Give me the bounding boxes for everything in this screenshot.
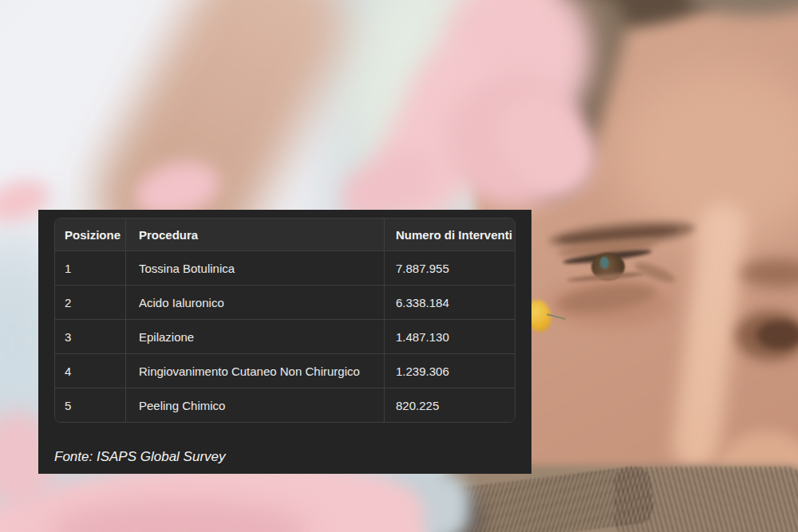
cell-procedura: Ringiovanimento Cutaneo Non Chirurgico: [125, 353, 384, 388]
cell-procedura: Acido Ialuronico: [125, 285, 384, 319]
cell-posizione: 4: [55, 353, 125, 388]
cell-procedura: Tossina Botulinica: [125, 250, 384, 285]
table-row: 4 Ringiovanimento Cutaneo Non Chirurgico…: [55, 353, 515, 388]
cell-procedura: Epilazione: [125, 319, 384, 353]
table-row: 3 Epilazione 1.487.130: [55, 319, 515, 353]
source-note: Fonte: ISAPS Global Survey: [54, 449, 226, 465]
patient-beard-stubble-right: [614, 467, 798, 532]
cell-posizione: 1: [55, 250, 125, 285]
cell-numero: 6.338.184: [384, 285, 515, 319]
cell-numero: 1.239.306: [384, 353, 515, 388]
stats-panel: Posizione Procedura Numero di Interventi…: [38, 210, 531, 474]
cell-numero: 7.887.955: [384, 250, 515, 285]
table-row: 1 Tossina Botulinica 7.887.955: [55, 250, 515, 285]
cell-numero: 820.225: [384, 388, 515, 422]
cell-posizione: 3: [55, 319, 125, 353]
table-row: 5 Peeling Chimico 820.225: [55, 388, 515, 422]
table-row: 2 Acido Ialuronico 6.338.184: [55, 285, 515, 319]
procedures-table: Posizione Procedura Numero di Interventi…: [54, 218, 516, 423]
patient-iris-glint: [600, 257, 609, 269]
patient-far-eye-shadow: [757, 321, 798, 349]
cell-posizione: 2: [55, 285, 125, 319]
cell-numero: 1.487.130: [384, 319, 515, 353]
table-header-row: Posizione Procedura Numero di Interventi: [55, 219, 515, 250]
cell-procedura: Peeling Chimico: [125, 388, 384, 422]
header-numero-interventi: Numero di Interventi: [384, 219, 515, 250]
header-procedura: Procedura: [125, 219, 384, 250]
screenshot-root: Posizione Procedura Numero di Interventi…: [0, 0, 798, 532]
cell-posizione: 5: [55, 388, 125, 422]
header-posizione: Posizione: [55, 219, 125, 250]
